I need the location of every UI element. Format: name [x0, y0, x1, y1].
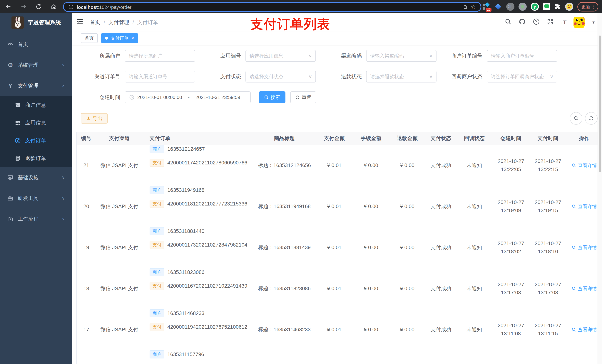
extension-recorder-icon[interactable] [518, 3, 527, 11]
collapse-sidebar-icon[interactable] [76, 18, 84, 27]
chevron-down-icon: ∨ [550, 74, 553, 79]
site-info-icon[interactable] [68, 4, 74, 10]
help-icon[interactable] [533, 18, 540, 27]
back-icon[interactable] [5, 3, 11, 10]
channel-code-select[interactable]: 请输入渠道编码∨ [366, 50, 437, 62]
magnifier-icon [571, 245, 576, 250]
chevron-down-icon: ∨ [62, 63, 65, 68]
vertical-scrollbar[interactable] [598, 13, 602, 364]
close-icon[interactable]: × [131, 35, 134, 41]
magnifier-icon [571, 163, 576, 168]
chevron-down-icon: ∨ [62, 196, 65, 201]
gear-icon: ⚙ [7, 62, 14, 69]
view-detail-link[interactable]: 查看详情 [571, 203, 597, 210]
sidebar-item-home[interactable]: 首页 [0, 34, 72, 55]
sidebar-item-pay-order[interactable]: 支付订单 [0, 132, 72, 149]
logo-rabbit-image [11, 16, 24, 29]
toolbox-icon [7, 195, 14, 201]
pay-status-select[interactable]: 请选择支付状态∨ [246, 71, 316, 83]
yen-icon: ¥ [7, 82, 14, 90]
download-icon [86, 116, 91, 121]
table-row: 21 微信 JSAPI 支付 商户1635312124657 支付4200001… [77, 145, 602, 186]
merchant-tag: 商户 [150, 186, 164, 194]
tags-view-bar: 首页 支付订单× [72, 31, 602, 45]
tag-home[interactable]: 首页 [81, 33, 98, 43]
table-row: 20 微信 JSAPI 支付 商户1635311949168 支付4200001… [77, 186, 602, 227]
document-copy-icon [14, 156, 22, 161]
sidebar-item-refund-order[interactable]: 退款订单 [0, 149, 72, 167]
table-row: 18 微信 JSAPI 支付 商户1635311823086 支付4200001… [77, 268, 602, 309]
filter-refund-status: 退款状态 请选择退款状态∨ [325, 71, 437, 83]
chevron-down-icon: ∨ [62, 175, 65, 180]
search-button[interactable]: 搜索 [259, 91, 285, 103]
sidebar-item-system[interactable]: ⚙ 系统管理 ∨ [0, 55, 72, 75]
extension-sidekick-icon[interactable]: 10 [482, 3, 490, 11]
search-icon[interactable] [505, 18, 512, 27]
caret-down-icon[interactable]: ▼ [592, 20, 595, 25]
sidebar-item-payment[interactable]: ¥ 支付管理 ∧ [0, 75, 72, 96]
merchant-tag: 商户 [150, 350, 164, 358]
clock-icon [129, 95, 134, 100]
channel-order-no-input[interactable]: 请输入渠道订单号 [125, 71, 195, 83]
profile-avatar-icon[interactable] [565, 3, 573, 11]
merchant-tag: 商户 [150, 309, 164, 317]
pay-tag: 支付 [150, 282, 164, 290]
merchant-input[interactable]: 请选择所属商户 [125, 50, 195, 62]
user-avatar[interactable] [573, 17, 585, 28]
sidebar-item-workflow[interactable]: 工作流程 ∨ [0, 209, 72, 229]
table-header: 编号 支付渠道 支付订单 商品标题 支付金额 手续金额 退款金额 支付状态 回调… [77, 132, 602, 145]
share-icon[interactable] [462, 4, 468, 10]
extension-kite-icon[interactable] [494, 3, 502, 11]
extensions-puzzle-icon[interactable] [554, 3, 561, 10]
grid-icon [14, 120, 22, 126]
extension-chat-icon[interactable] [543, 3, 550, 10]
merchant-order-no-input[interactable]: 请输入商户订单编号 [487, 50, 557, 62]
sidebar-item-app-info[interactable]: 应用信息 [0, 114, 72, 132]
breadcrumb-home[interactable]: 首页 [90, 19, 100, 26]
home-icon[interactable] [51, 3, 57, 10]
content-area: 所属商户 请选择所属商户 应用编号 请选择应用信息∨ 渠道编码 请输入渠道编码∨… [72, 45, 602, 364]
address-bar[interactable]: localhost:1024/pay/order ☆ [63, 2, 481, 12]
magnifier-icon [571, 204, 576, 209]
fullscreen-icon[interactable] [547, 18, 554, 27]
payment-submenu: 商户信息 应用信息 支付订单 退款订单 [0, 96, 72, 167]
browser-menu-icon[interactable] [593, 5, 594, 9]
app-title: 芋道管理系统 [28, 19, 61, 26]
pay-tag: 支付 [150, 159, 164, 167]
reset-button[interactable]: 重置 [290, 91, 316, 103]
view-detail-link[interactable]: 查看详情 [571, 244, 597, 251]
annotation-title: 支付订单列表 [250, 16, 330, 33]
merchant-tag: 商户 [150, 145, 164, 153]
view-detail-link[interactable]: 查看详情 [571, 326, 597, 333]
toggle-search-button[interactable] [570, 112, 582, 125]
table-row: 17 微信 JSAPI 支付 商户1635311468233 支付4200001… [77, 309, 602, 350]
chevron-up-icon: ∧ [62, 83, 65, 88]
view-detail-link[interactable]: 查看详情 [571, 162, 597, 169]
filter-pay-status: 支付状态 请选择支付状态∨ [204, 71, 316, 83]
scrollbar-thumb[interactable] [599, 35, 601, 172]
view-detail-link[interactable]: 查看详情 [571, 285, 597, 292]
store-icon [14, 102, 22, 108]
tag-pay-order[interactable]: 支付订单× [101, 33, 138, 43]
export-button[interactable]: 导出 [81, 113, 108, 124]
filter-app: 应用编号 请选择应用信息∨ [204, 50, 316, 62]
sidebar-item-merchant-info[interactable]: 商户信息 [0, 96, 72, 114]
pay-order-icon [14, 137, 22, 144]
breadcrumb-payment[interactable]: 支付管理 [108, 19, 129, 26]
font-size-icon[interactable]: TT [561, 19, 567, 26]
date-range-picker[interactable]: 2021-10-01 00:00:00 - 2021-10-31 23:59:5… [125, 91, 251, 103]
notify-status-select[interactable]: 请选择订单回调商户状态∨ [487, 71, 557, 83]
browser-update-button[interactable]: 更新 [577, 2, 598, 11]
app-select[interactable]: 请选择应用信息∨ [246, 50, 316, 62]
sidebar-item-dev-tools[interactable]: 研发工具 ∨ [0, 188, 72, 209]
refund-status-select[interactable]: 请选择退款状态∨ [366, 71, 437, 83]
refresh-button[interactable] [585, 112, 598, 125]
extension-y-icon[interactable]: y [531, 3, 539, 11]
forward-icon[interactable] [20, 3, 27, 10]
reload-icon[interactable] [35, 3, 42, 10]
filter-merchant-order-no: 商户订单编号 请输入商户订单编号 [445, 50, 557, 62]
extension-command-icon[interactable]: ⌘ [506, 3, 515, 11]
github-icon[interactable] [519, 18, 526, 27]
sidebar-item-infrastructure[interactable]: 基础设施 ∨ [0, 167, 72, 188]
bookmark-star-icon[interactable]: ☆ [471, 4, 476, 10]
